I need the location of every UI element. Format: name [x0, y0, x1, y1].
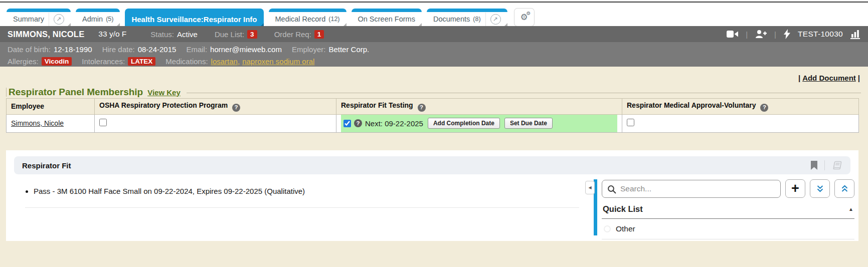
- add-completion-date-button[interactable]: Add Completion Date: [428, 118, 500, 129]
- tab-cap: [76, 9, 120, 12]
- tab-divider: [49, 13, 49, 26]
- tab-cap: [7, 9, 71, 12]
- tab-bar: Summary ↗ Admin (5) Health Surveillance:…: [0, 7, 868, 26]
- employee-link[interactable]: Simmons, Nicole: [11, 119, 64, 127]
- quick-list-title: Quick List: [603, 204, 643, 214]
- col-osha: OSHA Respiratory Protection Program ?: [95, 99, 336, 115]
- tab-count: (12): [328, 16, 339, 23]
- due-list-badge[interactable]: 3: [247, 30, 257, 39]
- tab-count: (5): [106, 16, 113, 23]
- tab-count: (8): [473, 16, 480, 23]
- intolerance-badge[interactable]: LATEX: [128, 57, 155, 66]
- tab-cap: [427, 9, 507, 12]
- video-camera-icon[interactable]: [727, 30, 738, 38]
- allergies-label: Allergies:: [8, 57, 39, 66]
- add-button[interactable]: +: [785, 179, 805, 198]
- tab-divider: [485, 13, 486, 26]
- help-icon[interactable]: ?: [232, 104, 240, 112]
- tab-documents[interactable]: Documents (8) ↗: [427, 9, 507, 26]
- bar-chart-icon[interactable]: [850, 30, 860, 39]
- order-req-label: Order Req:: [274, 30, 311, 39]
- employer-label: Employer:: [292, 45, 326, 54]
- set-due-date-button[interactable]: Set Due Date: [504, 118, 553, 129]
- fit-testing-cell: ? Next: 09-22-2025 Add Completion Date S…: [341, 115, 617, 132]
- search-row: +: [602, 179, 854, 198]
- panel-collapse-handle[interactable]: ◀: [585, 181, 595, 194]
- fit-results-list: Pass - 3M 6100 Half Face Small on 09-22-…: [6, 179, 594, 235]
- tab-label: Summary: [13, 15, 44, 23]
- view-key-link[interactable]: View Key: [147, 88, 181, 97]
- status-label: Status:: [150, 30, 174, 39]
- tab-label: Admin: [82, 15, 103, 23]
- popout-icon[interactable]: ↗: [54, 14, 64, 25]
- popout-icon[interactable]: ↗: [490, 14, 501, 25]
- medical-approval-checkbox[interactable]: [627, 119, 634, 126]
- email-value: horner@mieweb.com: [210, 45, 282, 54]
- settings-button[interactable]: ⚙ ⚙: [514, 9, 534, 26]
- col-employee: Employee: [7, 99, 95, 115]
- bookmark-icon[interactable]: [810, 161, 818, 170]
- tab-summary[interactable]: Summary ↗: [7, 9, 71, 26]
- main-content: |Add Document| Respirator Panel Membersh…: [0, 67, 868, 267]
- lightning-bolt-icon[interactable]: [784, 29, 790, 39]
- medication-link[interactable]: losartan: [211, 57, 238, 66]
- search-icon: [607, 185, 616, 194]
- respirator-fit-card: Respirator Fit Pass - 3M 6100 Half Face …: [6, 150, 858, 241]
- tab-health-surveillance[interactable]: Health Surveillance:Respirator Info: [125, 9, 263, 26]
- next-due-text: Next: 09-22-2025: [365, 119, 423, 128]
- hire-date-label: Hire date:: [102, 45, 135, 54]
- quick-list-item-other[interactable]: Other: [602, 219, 854, 239]
- status-value: Active: [177, 30, 198, 39]
- dob-label: Date of birth:: [8, 45, 51, 54]
- divider: [824, 160, 825, 170]
- gear-icon: ⚙: [527, 11, 531, 16]
- section-title: Respirator Panel Membership: [9, 87, 143, 98]
- col-fit-testing: Respirator Fit Testing ?: [336, 99, 622, 115]
- tab-on-screen-forms[interactable]: On Screen Forms: [352, 9, 422, 26]
- intolerances-label: Intolerances:: [82, 57, 125, 66]
- membership-table: Employee OSHA Respiratory Protection Pro…: [6, 98, 859, 133]
- table-row: Simmons, Nicole ? Next: 09-22-2025 Add C…: [7, 114, 859, 132]
- card-body: Pass - 3M 6100 Half Face Small on 09-22-…: [6, 179, 858, 235]
- tab-cap: [125, 9, 263, 12]
- email-label: Email:: [186, 45, 207, 54]
- employer-value: Better Corp.: [328, 45, 369, 54]
- add-document-link[interactable]: Add Document: [802, 74, 856, 82]
- radio-icon: [604, 225, 611, 232]
- expand-all-button[interactable]: [810, 179, 830, 198]
- top-divider: [0, 2, 868, 3]
- tab-cap: [352, 9, 422, 12]
- tab-label: On Screen Forms: [358, 15, 415, 23]
- search-input[interactable]: [602, 184, 780, 194]
- add-person-icon[interactable]: [755, 30, 767, 39]
- help-icon[interactable]: ?: [354, 119, 362, 127]
- collapse-all-button[interactable]: [834, 179, 854, 198]
- station-id: TEST-10030: [798, 30, 843, 39]
- collapse-left-icon: ◀: [588, 185, 591, 190]
- collapse-up-icon[interactable]: ▲: [848, 206, 853, 212]
- patient-banner: SIMMONS, NICOLE 33 y/o F Status: Active …: [0, 26, 868, 42]
- quick-item-label: Other: [616, 224, 635, 233]
- col-medical-approval: Respirator Medical Approval-Voluntary ?: [622, 99, 859, 115]
- tab-admin[interactable]: Admin (5): [76, 9, 120, 26]
- add-document-row: |Add Document|: [798, 74, 860, 82]
- quick-list-header: Quick List ▲: [602, 204, 854, 219]
- double-chevron-down-icon: [816, 185, 824, 193]
- help-icon[interactable]: ?: [418, 104, 426, 112]
- tab-medical-record[interactable]: Medical Record (12): [269, 9, 346, 26]
- table-header-row: Employee OSHA Respiratory Protection Pro…: [7, 99, 859, 115]
- medication-link[interactable]: naproxen sodium oral: [242, 57, 314, 66]
- quick-list-sidebar: ◀ +: [594, 179, 854, 235]
- osha-program-checkbox[interactable]: [99, 119, 107, 126]
- fit-testing-checkbox[interactable]: [343, 120, 351, 127]
- tab-cap: [269, 9, 346, 12]
- order-req-badge[interactable]: 1: [314, 30, 324, 39]
- card-title: Respirator Fit: [22, 161, 71, 170]
- tab-label: Medical Record: [275, 15, 326, 23]
- fit-result-item: Pass - 3M 6100 Half Face Small on 09-22-…: [34, 186, 594, 196]
- book-icon[interactable]: [831, 161, 842, 170]
- dob-value: 12-18-1990: [54, 45, 92, 54]
- help-icon[interactable]: ?: [760, 104, 768, 112]
- allergy-badge[interactable]: Vicodin: [42, 57, 72, 66]
- patient-details: Date of birth: 12-18-1990 Hire date: 08-…: [0, 42, 868, 67]
